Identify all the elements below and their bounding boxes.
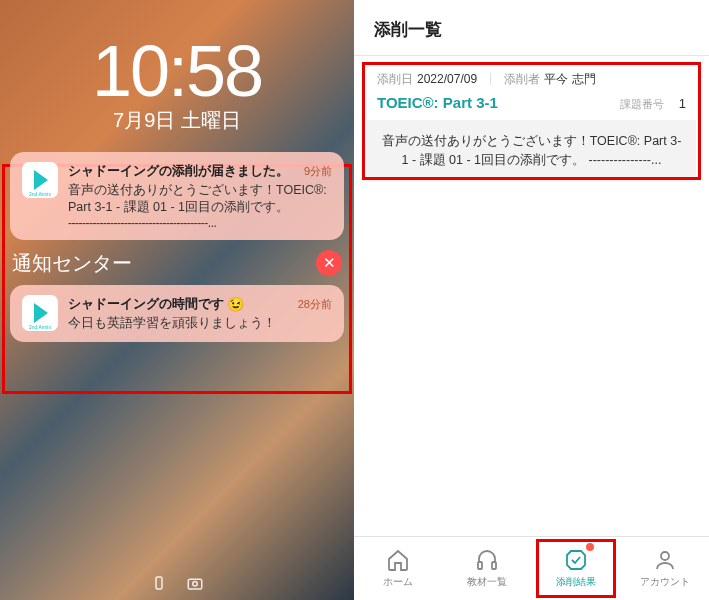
- tab-label: 添削結果: [556, 575, 596, 589]
- svg-rect-0: [156, 577, 162, 589]
- app-icon: 2nd Annix: [22, 295, 58, 331]
- flashlight-icon[interactable]: [150, 574, 168, 592]
- time: 10:58: [0, 30, 354, 112]
- tab-home[interactable]: ホーム: [354, 537, 443, 600]
- date: 7月9日 土曜日: [0, 107, 354, 134]
- app-screen: 添削一覧 添削日2022/07/09 | 添削者平今 志門 TOEIC®: Pa…: [354, 0, 709, 600]
- tab-bar: ホーム 教材一覧 添削結果 アカウント: [354, 536, 709, 600]
- task-number: 課題番号 1: [620, 94, 686, 112]
- tab-label: 教材一覧: [467, 575, 507, 589]
- notification-message: 音声の送付ありがとうございます！TOEIC®: Part 3-1 - 課題 01…: [68, 182, 332, 216]
- notification-time-ago: 9分前: [304, 164, 332, 179]
- check-badge-icon: [563, 548, 589, 572]
- notification-badge-icon: [586, 543, 594, 551]
- card-title: TOEIC®: Part 3-1: [377, 94, 498, 111]
- play-icon: [34, 170, 48, 190]
- svg-point-5: [661, 552, 669, 560]
- headphones-icon: [474, 548, 500, 572]
- reviewer-label: 添削者平今 志門: [504, 71, 595, 88]
- wink-emoji-icon: 😉: [227, 296, 244, 312]
- lockscreen-clock: 10:58 7月9日 土曜日: [0, 0, 354, 134]
- tab-label: アカウント: [640, 575, 690, 589]
- svg-rect-3: [478, 562, 482, 569]
- notification-item[interactable]: 2nd Annix シャドーイングの時間です 😉 28分前 今日も英語学習を頑張…: [10, 285, 344, 342]
- lockscreen: 10:58 7月9日 土曜日 2nd Annix シャドーイングの添削が届きまし…: [0, 0, 354, 600]
- correction-card[interactable]: 添削日2022/07/09 | 添削者平今 志門 TOEIC®: Part 3-…: [366, 66, 697, 183]
- date-label: 添削日2022/07/09: [377, 71, 477, 88]
- notification-title: シャドーイングの添削が届きました。: [68, 162, 289, 180]
- tab-account[interactable]: アカウント: [620, 537, 709, 600]
- svg-point-2: [193, 582, 198, 587]
- card-meta: 添削日2022/07/09 | 添削者平今 志門: [367, 67, 696, 94]
- app-icon: 2nd Annix: [22, 162, 58, 198]
- notification-message: 今日も英語学習を頑張りましょう！: [68, 315, 332, 332]
- app-content: 添削日2022/07/09 | 添削者平今 志門 TOEIC®: Part 3-…: [354, 56, 709, 536]
- play-icon: [34, 303, 48, 323]
- notification-title: シャドーイングの時間です 😉: [68, 295, 244, 313]
- home-icon: [385, 548, 411, 572]
- svg-rect-4: [492, 562, 496, 569]
- app-header: 添削一覧: [354, 0, 709, 56]
- lockscreen-bottom-icons: [0, 574, 354, 592]
- card-body: 音声の送付ありがとうございます！TOEIC®: Part 3-1 - 課題 01…: [367, 120, 696, 182]
- page-title: 添削一覧: [374, 18, 689, 41]
- notification-time-ago: 28分前: [298, 297, 332, 312]
- tab-results[interactable]: 添削結果: [532, 537, 621, 600]
- tab-label: ホーム: [383, 575, 413, 589]
- notification-separator: ----------------------------------------…: [68, 216, 332, 230]
- camera-icon[interactable]: [186, 574, 204, 592]
- svg-rect-1: [188, 579, 202, 589]
- tab-materials[interactable]: 教材一覧: [443, 537, 532, 600]
- notification-item[interactable]: 2nd Annix シャドーイングの添削が届きました。 9分前 音声の送付ありが…: [10, 152, 344, 240]
- user-icon: [652, 548, 678, 572]
